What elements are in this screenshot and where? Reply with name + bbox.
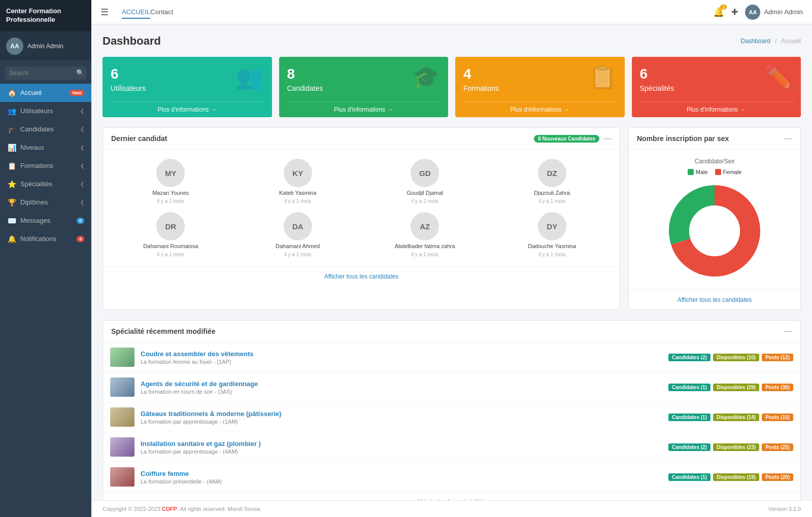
spec-title[interactable]: Coudre et assembler des vêtements bbox=[141, 350, 662, 358]
notification-icon[interactable]: 🔔 1 bbox=[713, 7, 724, 18]
candidate-time: il y a 1 mois bbox=[412, 198, 438, 204]
sidebar-icon-niveaux: 📊 bbox=[7, 144, 16, 152]
notif-badge: 1 bbox=[720, 5, 727, 10]
candidate-time: il y a 1 mois bbox=[284, 252, 311, 257]
layout-icon[interactable]: ✚ bbox=[731, 7, 738, 17]
sidebar-item-messages[interactable]: ✉️ Messages 0 bbox=[0, 212, 91, 230]
spec-badge: Posts (15) bbox=[762, 413, 793, 421]
candidate-name: Abdelkader fatima zahra bbox=[395, 243, 455, 249]
legend-dot bbox=[715, 169, 721, 175]
spec-title[interactable]: Gâteaux traditionnels & moderne (pâtisse… bbox=[141, 410, 662, 418]
sidebar-item-diplomes[interactable]: 🏆 Diplômes ❮ bbox=[0, 193, 91, 212]
sidebar-nav: 🏠 Accueil New 👥 Utilisateurs ❮ 🎓 Candida… bbox=[0, 84, 91, 248]
candidate-item[interactable]: MY Mazari Younes il y a 1 mois bbox=[111, 159, 230, 204]
search-icon[interactable]: 🔍 bbox=[76, 68, 84, 76]
sidebar-icon-specialites: ⭐ bbox=[7, 180, 16, 188]
sidebar-item-specialites[interactable]: ⭐ Spécialités ❮ bbox=[0, 175, 91, 193]
spec-info: Installation sanitaire et gaz (plombier … bbox=[141, 440, 662, 455]
specialite-row: Agents de sécurité et de gardiennage La … bbox=[103, 372, 800, 402]
admin-name: Admin Admin bbox=[764, 8, 803, 16]
admin-avatar: AA bbox=[745, 5, 760, 20]
sidebar-item-candidates[interactable]: 🎓 Candidates ❮ bbox=[0, 120, 91, 139]
spec-badges: Candidates (2)Disponibles (10)Posts (12) bbox=[668, 354, 793, 361]
specialites-minimize-btn[interactable]: — bbox=[784, 327, 792, 336]
spec-badge: Disponibles (19) bbox=[713, 473, 759, 481]
stat-card-1: 8 Candidates 🎓 Plus d'informations → bbox=[279, 57, 449, 117]
sidebar-item-formations[interactable]: 📋 Formations ❮ bbox=[0, 157, 91, 175]
chart-panel-title: Nombre inscription par sex bbox=[637, 134, 729, 143]
chart-panel: Nombre inscription par sex — Candidate/S… bbox=[628, 127, 801, 310]
sidebar-label-messages: Messages bbox=[20, 217, 73, 224]
hamburger-icon[interactable]: ☰ bbox=[100, 7, 109, 18]
spec-badge: Disponibles (29) bbox=[713, 384, 759, 391]
candidate-avatar: DA bbox=[284, 212, 312, 240]
candidate-item[interactable]: KY Kateb Yasmina il y a 1 mois bbox=[239, 159, 358, 204]
specialites-view-all[interactable]: Voir toutes les spécialités bbox=[103, 492, 800, 500]
page-title: Dashboard bbox=[103, 35, 161, 48]
spec-badge: Disponibles (10) bbox=[713, 354, 759, 361]
footer-brand-link[interactable]: CDFP bbox=[162, 506, 177, 512]
search-input[interactable] bbox=[5, 66, 86, 80]
candidate-name: Djazouli Zahra bbox=[534, 190, 570, 196]
stat-card-3: 6 Spécialités ✏️ Plus d'informations → bbox=[632, 57, 801, 117]
spec-info: Agents de sécurité et de gardiennage La … bbox=[141, 380, 662, 395]
topnav-link-accueil[interactable]: ACCUEIL bbox=[122, 6, 150, 19]
sidebar-icon-candidates: 🎓 bbox=[7, 125, 16, 133]
candidate-item[interactable]: DZ Djazouli Zahra il y a 1 mois bbox=[493, 159, 612, 204]
candidate-time: il y a 1 mois bbox=[538, 252, 565, 257]
candidate-item[interactable]: DR Dahamani Roumaissa il y a 1 mois bbox=[111, 212, 230, 257]
new-candidates-badge: 8 Nouveaux Candidates bbox=[534, 135, 599, 143]
stat-footer-2[interactable]: Plus d'informations → bbox=[463, 101, 617, 117]
page-content: Dashboard Dashboard / Accueil 6 Utilisat… bbox=[91, 24, 812, 500]
spec-title[interactable]: Coiffure femme bbox=[141, 470, 662, 477]
candidate-item[interactable]: AZ Abdelkader fatima zahra il y a 1 mois bbox=[365, 212, 485, 257]
sidebar-icon-notifications: 🔔 bbox=[7, 235, 16, 243]
sidebar-profile: AA Admin Admin bbox=[0, 31, 91, 61]
spec-badge: Candidates (1) bbox=[668, 413, 710, 421]
spec-title[interactable]: Installation sanitaire et gaz (plombier … bbox=[141, 440, 662, 447]
candidate-item[interactable]: DY Dadouche Yasmina il y a 1 mois bbox=[493, 212, 612, 257]
sidebar-badge-accueil: New bbox=[70, 90, 84, 96]
spec-badge: Candidates (2) bbox=[668, 354, 710, 361]
sidebar-item-utilisateurs[interactable]: 👥 Utilisateurs ❮ bbox=[0, 102, 91, 120]
admin-chip[interactable]: AA Admin Admin bbox=[745, 5, 803, 20]
topnav-link-contact[interactable]: Contact bbox=[150, 6, 173, 18]
sidebar-item-accueil[interactable]: 🏠 Accueil New bbox=[0, 84, 91, 102]
specialites-panel-header: Spécialité récemment modifiée — bbox=[103, 321, 800, 342]
specialites-panel-title: Spécialité récemment modifiée bbox=[111, 327, 215, 335]
candidates-view-all[interactable]: Afficher tous les candidates bbox=[103, 266, 620, 286]
stat-footer-3[interactable]: Plus d'informations → bbox=[640, 101, 793, 117]
chart-panel-header: Nombre inscription par sex — bbox=[629, 128, 800, 150]
chart-minimize-btn[interactable]: — bbox=[784, 134, 792, 143]
chart-legend-item: Male bbox=[688, 169, 708, 175]
legend-dot bbox=[688, 169, 694, 175]
breadcrumb-home[interactable]: Dashboard bbox=[740, 38, 770, 45]
candidate-name: Goudjil Djamal bbox=[407, 190, 443, 196]
spec-title[interactable]: Agents de sécurité et de gardiennage bbox=[141, 380, 662, 388]
spec-badge: Candidates (2) bbox=[668, 443, 710, 451]
stats-row: 6 Utilisateurs 👥 Plus d'informations → 8… bbox=[103, 57, 801, 117]
chart-view-all[interactable]: Afficher tous les candidates bbox=[629, 290, 800, 309]
candidate-name: Kateb Yasmina bbox=[279, 190, 317, 196]
candidate-time: il y a 1 mois bbox=[538, 198, 565, 204]
candidates-minimize-btn[interactable]: — bbox=[603, 134, 612, 143]
spec-info: Coudre et assembler des vêtements La for… bbox=[141, 350, 662, 365]
spec-subtitle: La formation en cours de soir - (3AS) bbox=[141, 389, 662, 395]
candidate-item[interactable]: GD Goudjil Djamal il y a 1 mois bbox=[365, 159, 485, 204]
spec-info: Gâteaux traditionnels & moderne (pâtisse… bbox=[141, 410, 662, 425]
top-navbar: ☰ ACCUEILContact 🔔 1 ✚ AA Admin Admin bbox=[91, 0, 812, 24]
candidate-time: il y a 1 mois bbox=[412, 252, 438, 257]
candidate-time: il y a 1 mois bbox=[284, 198, 311, 204]
candidate-item[interactable]: DA Dahamani Ahmed il y a 1 mois bbox=[239, 212, 358, 257]
spec-thumbnail bbox=[110, 348, 134, 367]
spec-subtitle: La formation par apprentissage - (1AM) bbox=[141, 419, 662, 425]
stat-footer-1[interactable]: Plus d'informations → bbox=[287, 101, 441, 117]
sidebar-item-notifications[interactable]: 🔔 Notifications 4 bbox=[0, 230, 91, 248]
stat-footer-0[interactable]: Plus d'informations → bbox=[111, 101, 264, 117]
spec-subtitle: La formation femme au foyer - (1AP) bbox=[141, 359, 662, 365]
spec-subtitle: La formation présentielle - (4AM) bbox=[141, 478, 662, 485]
stat-icon-3: ✏️ bbox=[765, 64, 793, 90]
main-content: ☰ ACCUEILContact 🔔 1 ✚ AA Admin Admin Da… bbox=[91, 0, 812, 517]
sidebar-item-niveaux[interactable]: 📊 Niveaux ❮ bbox=[0, 139, 91, 157]
candidate-avatar: GD bbox=[411, 159, 439, 187]
